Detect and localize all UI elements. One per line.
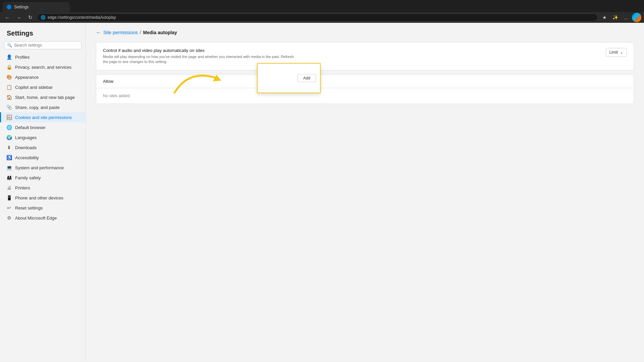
- privacy-icon: 🔒: [6, 64, 12, 70]
- allow-section: Allow No sites added: [96, 74, 634, 104]
- default-browser-icon: 🌐: [6, 125, 12, 130]
- main-layout: Settings 🔍 👤 Profiles 🔒 Privacy, search,…: [0, 23, 644, 362]
- downloads-icon: ⬇: [6, 145, 12, 150]
- back-button-breadcrumb[interactable]: ←: [96, 29, 101, 36]
- setting-label: Control if audio and video play automati…: [103, 48, 298, 53]
- sidebar-item-copilot[interactable]: 📋 Copilot and sidebar: [0, 82, 86, 92]
- chevron-down-icon: ⌄: [620, 50, 623, 55]
- globe-icon: 🌐: [41, 15, 46, 20]
- back-button[interactable]: ←: [3, 13, 12, 22]
- dropdown-value: Limit: [609, 50, 618, 55]
- setting-desc: Media will play depending on how you've …: [103, 54, 298, 65]
- sidebar-item-languages[interactable]: 🌍 Languages: [0, 132, 86, 142]
- tab-bar: Settings: [0, 0, 644, 12]
- limit-dropdown[interactable]: Limit ⌄: [606, 48, 627, 57]
- allow-body: No sites added: [96, 88, 634, 104]
- tab-favicon: [7, 5, 11, 9]
- collections-button[interactable]: ✨: [610, 13, 620, 22]
- about-icon: ⚙: [6, 215, 12, 221]
- refresh-button[interactable]: ↻: [25, 13, 35, 22]
- forward-button[interactable]: →: [14, 13, 23, 22]
- sidebar-item-default-browser[interactable]: 🌐 Default browser: [0, 122, 86, 132]
- sidebar-item-copilot-label: Copilot and sidebar: [15, 85, 53, 90]
- sidebar-item-languages-label: Languages: [15, 135, 37, 140]
- search-input[interactable]: [14, 43, 78, 48]
- accessibility-icon: ♿: [6, 155, 12, 160]
- languages-icon: 🌍: [6, 135, 12, 140]
- sidebar-item-accessibility[interactable]: ♿ Accessibility: [0, 153, 86, 163]
- breadcrumb: ← Site permissions / Media autoplay: [96, 29, 634, 36]
- no-sites-text: No sites added: [103, 94, 130, 98]
- cookies-icon: 🪟: [6, 115, 12, 120]
- sidebar-item-downloads[interactable]: ⬇ Downloads: [0, 142, 86, 153]
- tab-title: Settings: [14, 5, 29, 9]
- sidebar-item-share-copy-label: Share, copy, and paste: [15, 105, 60, 110]
- toolbar-actions: ★ ✨ …: [600, 13, 641, 22]
- sidebar-item-start-home-label: Start, home, and new tab page: [15, 95, 75, 100]
- sidebar-item-reset-label: Reset settings: [15, 205, 43, 210]
- start-home-icon: 🏠: [6, 95, 12, 100]
- active-tab[interactable]: Settings: [3, 2, 70, 12]
- address-text: edge://settings/content/mediaAutoplay: [48, 15, 116, 20]
- sidebar-item-phone-devices-label: Phone and other devices: [15, 195, 63, 200]
- search-box[interactable]: 🔍: [4, 41, 82, 49]
- profiles-icon: 👤: [6, 54, 12, 60]
- favorites-button[interactable]: ★: [600, 13, 609, 22]
- sidebar-item-printers[interactable]: 🖨 Printers: [0, 183, 86, 193]
- sidebar-item-downloads-label: Downloads: [15, 145, 37, 150]
- allow-header: Allow: [96, 75, 634, 88]
- control-setting-card: Control if audio and video play automati…: [96, 42, 634, 70]
- sidebar-item-privacy[interactable]: 🔒 Privacy, search, and services: [0, 62, 86, 72]
- family-safety-icon: 👨‍👩‍👧: [6, 175, 12, 180]
- edge-profile-avatar[interactable]: [632, 13, 641, 22]
- sidebar-nav: 👤 Profiles 🔒 Privacy, search, and servic…: [0, 52, 86, 223]
- sidebar-item-family-safety-label: Family safety: [15, 175, 41, 180]
- sidebar-item-profiles-label: Profiles: [15, 55, 30, 60]
- sidebar-item-family-safety[interactable]: 👨‍👩‍👧 Family safety: [0, 173, 86, 183]
- sidebar-item-appearance-label: Appearance: [15, 75, 39, 80]
- setting-row: Control if audio and video play automati…: [103, 48, 627, 65]
- sidebar-item-default-browser-label: Default browser: [15, 125, 46, 130]
- breadcrumb-separator: /: [140, 30, 141, 35]
- reset-icon: ↩: [6, 205, 12, 210]
- phone-devices-icon: 📱: [6, 195, 12, 200]
- sidebar-item-privacy-label: Privacy, search, and services: [15, 65, 71, 70]
- copilot-icon: 📋: [6, 84, 12, 90]
- sidebar-item-system-label: System and performance: [15, 165, 64, 170]
- appearance-icon: 🎨: [6, 74, 12, 80]
- system-icon: 💻: [6, 165, 12, 170]
- browser-chrome: Settings ← → ↻ 🌐 edge://settings/content…: [0, 0, 644, 23]
- sidebar-item-start-home[interactable]: 🏠 Start, home, and new tab page: [0, 92, 86, 102]
- setting-text: Control if audio and video play automati…: [103, 48, 298, 65]
- sidebar: Settings 🔍 👤 Profiles 🔒 Privacy, search,…: [0, 23, 86, 362]
- sidebar-item-phone-devices[interactable]: 📱 Phone and other devices: [0, 193, 86, 203]
- address-bar[interactable]: 🌐 edge://settings/content/mediaAutoplay: [37, 13, 598, 21]
- sidebar-title: Settings: [0, 23, 86, 41]
- sidebar-item-profiles[interactable]: 👤 Profiles: [0, 52, 86, 62]
- sidebar-item-share-copy[interactable]: 📎 Share, copy, and paste: [0, 102, 86, 112]
- sidebar-item-cookies[interactable]: 🪟 Cookies and site permissions: [0, 112, 86, 122]
- sidebar-item-printers-label: Printers: [15, 185, 30, 190]
- toolbar: ← → ↻ 🌐 edge://settings/content/mediaAut…: [0, 12, 644, 23]
- sidebar-item-appearance[interactable]: 🎨 Appearance: [0, 72, 86, 82]
- printers-icon: 🖨: [6, 185, 12, 190]
- share-copy-icon: 📎: [6, 105, 12, 110]
- sidebar-item-accessibility-label: Accessibility: [15, 155, 39, 160]
- sidebar-item-cookies-label: Cookies and site permissions: [15, 115, 72, 120]
- sidebar-item-system[interactable]: 💻 System and performance: [0, 163, 86, 173]
- sidebar-item-about[interactable]: ⚙ About Microsoft Edge: [0, 213, 86, 223]
- sidebar-item-reset[interactable]: ↩ Reset settings: [0, 203, 86, 213]
- sidebar-item-about-label: About Microsoft Edge: [15, 216, 57, 221]
- search-icon: 🔍: [7, 43, 12, 48]
- back-arrow-icon: ←: [96, 29, 101, 36]
- content-area: ← Site permissions / Media autoplay Cont…: [86, 23, 644, 362]
- breadcrumb-parent-link[interactable]: Site permissions: [103, 30, 138, 35]
- more-button[interactable]: …: [621, 13, 631, 22]
- breadcrumb-current: Media autoplay: [143, 30, 177, 35]
